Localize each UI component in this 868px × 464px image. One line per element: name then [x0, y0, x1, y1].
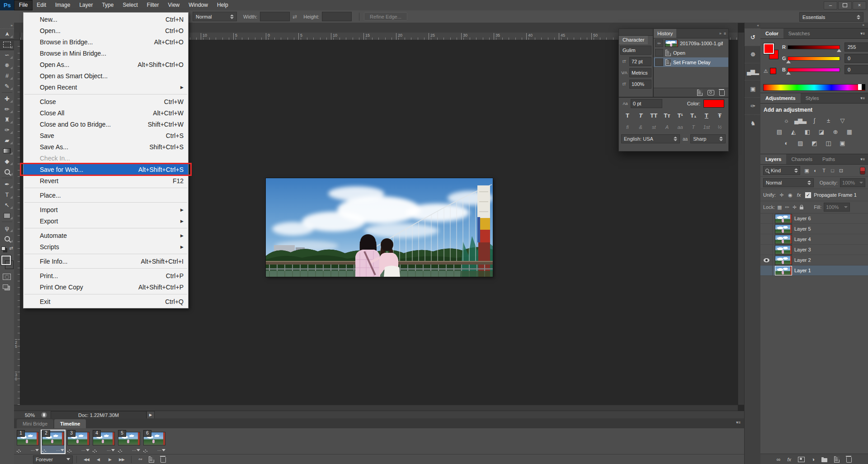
channel-value[interactable]: 255 — [844, 43, 868, 52]
layer-row-layer-1[interactable]: Layer 1 — [760, 265, 868, 276]
quick-mask-mode-icon[interactable] — [3, 274, 11, 280]
text-style-button[interactable]: TT — [649, 112, 659, 119]
previous-frame-button[interactable]: ◀ — [92, 457, 104, 462]
opentype-button[interactable]: aa — [675, 124, 685, 130]
unify-position-icon[interactable]: ✛ — [778, 192, 785, 198]
opentype-button[interactable]: A — [662, 124, 672, 130]
visibility-toggle[interactable] — [760, 265, 773, 275]
next-frame-button[interactable]: ▶▶ — [116, 457, 127, 462]
layer-thumbnail[interactable] — [775, 235, 792, 244]
lock-paint-icon[interactable]: ✏ — [785, 204, 789, 210]
photo-filter-icon[interactable]: ◪ — [816, 128, 827, 136]
dock-brush-presets-icon[interactable]: ✑ — [745, 97, 761, 114]
filter-pixel-layers-icon[interactable]: ▣ — [802, 167, 811, 175]
menu-select[interactable]: Select — [118, 0, 142, 10]
black-white-icon[interactable]: ◧ — [802, 128, 813, 136]
move-tool[interactable]: ➤ — [0, 29, 14, 39]
rectangular-marquee-tool[interactable] — [0, 39, 14, 50]
text-color-swatch[interactable] — [703, 99, 724, 108]
default-colors-icon[interactable] — [1, 246, 8, 252]
menu-item-check-in[interactable]: Check In... — [24, 152, 188, 164]
filter-shape-layers-icon[interactable]: □ — [828, 167, 837, 175]
menu-item-scripts[interactable]: Scripts ▶ — [24, 241, 188, 252]
animation-frame-4[interactable]: 4 ⋯ — [92, 430, 116, 454]
baseline-shift-field[interactable]: 0 pt — [631, 99, 662, 108]
magic-wand-tool[interactable]: ✵ — [0, 60, 14, 71]
height-input[interactable] — [322, 12, 352, 21]
tab-adjustments[interactable]: Adjustments — [760, 93, 801, 103]
layer-row-layer-6[interactable]: Layer 6 — [760, 213, 868, 224]
channel-value[interactable]: 0 — [844, 65, 868, 74]
layer-row-layer-2[interactable]: Layer 2 — [760, 255, 868, 265]
menu-filter[interactable]: Filter — [142, 0, 164, 10]
language-select[interactable]: English: USA — [621, 134, 680, 143]
tab-timeline[interactable]: Timeline — [54, 419, 86, 428]
menu-item-close-all[interactable]: Close All Alt+Ctrl+W — [24, 107, 188, 118]
blur-tool[interactable]: ◆ — [0, 156, 14, 166]
menu-window[interactable]: Window — [184, 0, 212, 10]
menu-item-save-for-web[interactable]: Save for Web... Alt+Shift+Ctrl+S — [24, 164, 188, 175]
tab-swatches[interactable]: Swatches — [783, 28, 815, 38]
color-balance-icon[interactable]: ◭ — [788, 128, 799, 136]
lock-all-icon[interactable] — [800, 207, 803, 209]
font-size-field[interactable]: 72 pt — [629, 57, 651, 66]
vertical-scrollbar[interactable] — [738, 33, 745, 405]
filter-smart-objects-icon[interactable]: ⊡ — [837, 167, 845, 175]
frame-delay-select[interactable]: ⋯ — [143, 447, 165, 453]
adjustment-layer-icon[interactable]: ◑ — [811, 456, 815, 463]
black-swatch[interactable] — [862, 84, 865, 90]
lock-transparency-icon[interactable]: ▦ — [777, 204, 782, 210]
gradient-tool[interactable] — [0, 146, 14, 156]
pen-tool[interactable]: ✒ — [0, 179, 14, 189]
threshold-icon[interactable]: ◩ — [809, 139, 820, 147]
brightness-contrast-icon[interactable]: ☼ — [781, 116, 792, 125]
clone-stamp-tool[interactable]: ♜ — [0, 114, 14, 125]
new-document-from-state-icon[interactable] — [697, 90, 703, 96]
opacity-field[interactable]: 100% — [840, 178, 865, 187]
menu-layer[interactable]: Layer — [75, 0, 97, 10]
menu-item-save[interactable]: Save Ctrl+S — [24, 130, 188, 141]
visibility-toggle[interactable] — [760, 255, 773, 265]
opentype-button[interactable]: 1st — [702, 124, 712, 130]
link-layers-icon[interactable]: ∞ — [777, 456, 781, 463]
new-layer-icon[interactable] — [834, 456, 840, 463]
font-family-select[interactable]: Gulim — [620, 46, 651, 55]
dock-properties-icon[interactable]: ▣ — [745, 80, 761, 97]
menu-item-browse-in-bridge[interactable]: Browse in Bridge... Alt+Ctrl+O — [24, 36, 188, 47]
status-options-arrow[interactable]: ▶ — [146, 411, 155, 419]
opentype-button[interactable]: T — [689, 124, 698, 130]
tab-mini-bridge[interactable]: Mini Bridge — [17, 419, 53, 428]
color-lookup-icon[interactable]: ▦ — [844, 128, 855, 136]
menu-item-print-one-copy[interactable]: Print One Copy Alt+Shift+Ctrl+P — [24, 281, 188, 293]
color-spectrum-ramp[interactable] — [763, 84, 865, 91]
levels-icon[interactable]: ▄▆▃ — [795, 116, 806, 125]
history-step-set-frame-delay[interactable]: Set Frame Delay — [654, 57, 728, 67]
swap-colors-icon[interactable]: ⇄ — [9, 246, 13, 251]
opentype-button[interactable]: & — [636, 124, 646, 130]
layer-thumbnail[interactable] — [775, 214, 792, 223]
menu-item-open-recent[interactable]: Open Recent ▶ — [24, 81, 188, 93]
kerning-field[interactable]: Metrics — [629, 68, 651, 77]
menu-item-browse-in-mini-bridge[interactable]: Browse in Mini Bridge... — [24, 47, 188, 59]
text-style-button[interactable]: T — [623, 112, 632, 119]
frame-delay-select[interactable]: ⋯ — [67, 447, 90, 453]
swap-dimensions-icon[interactable]: ⇄ — [292, 14, 297, 20]
minimize-button[interactable]: – — [824, 1, 837, 9]
menu-type[interactable]: Type — [97, 0, 118, 10]
play-button[interactable]: ▶ — [104, 457, 116, 462]
panel-menu-icon[interactable]: ▾≡ — [857, 154, 868, 164]
close-button[interactable]: × — [853, 1, 866, 9]
curves-icon[interactable]: ∫ — [809, 116, 820, 125]
history-brush-source-well[interactable]: ✏ — [655, 39, 663, 47]
menu-item-import[interactable]: Import ▶ — [24, 204, 188, 215]
canvas-image[interactable] — [266, 178, 493, 277]
loop-count-select[interactable]: Forever — [33, 455, 73, 464]
delete-frame-icon[interactable] — [160, 457, 166, 463]
vibrance-icon[interactable]: ▽ — [837, 116, 848, 125]
lasso-tool[interactable]: ∽ — [0, 50, 14, 60]
hue-saturation-icon[interactable]: ▤ — [774, 128, 785, 136]
selective-color-icon[interactable]: ▣ — [837, 139, 848, 147]
eraser-tool[interactable]: ▰ — [0, 135, 14, 146]
collapse-dock-icon[interactable]: « — [745, 23, 761, 28]
menu-item-save-as[interactable]: Save As... Shift+Ctrl+S — [24, 141, 188, 152]
